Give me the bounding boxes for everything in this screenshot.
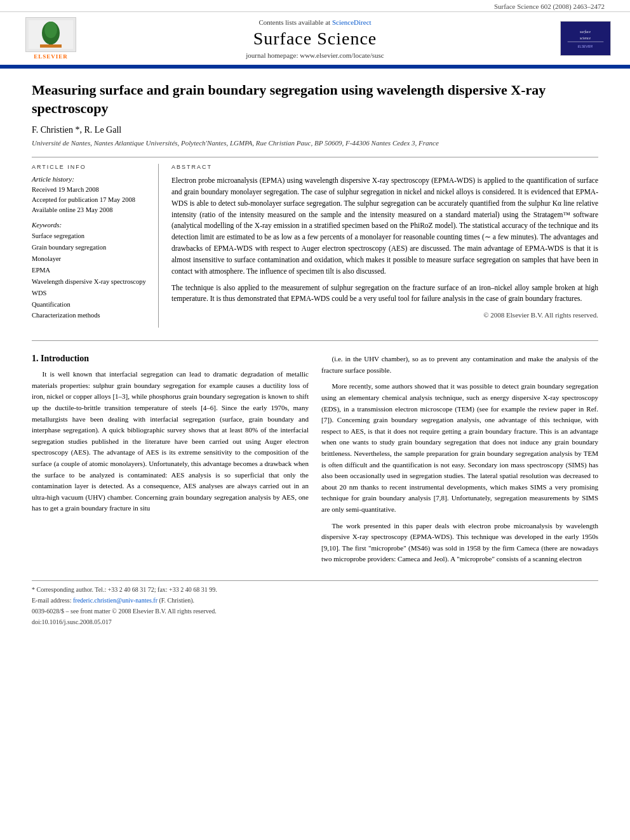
email-address: frederic.christien@univ-nantes.fr [73,597,158,604]
keyword-2: Grain boundary segregation [32,242,149,253]
abstract-column: ABSTRACT Electron probe microanalysis (E… [171,164,598,328]
right-para-2: More recently, some authors showed that … [321,381,598,515]
article-info-column: ARTICLE INFO Article history: Received 1… [32,164,159,328]
available-date: Available online 23 May 2008 [32,205,149,215]
keyword-6: WDS [32,288,149,299]
abstract-text: Electron probe microanalysis (EPMA) usin… [171,175,598,321]
paper-title: Measuring surface and grain boundary seg… [32,81,598,117]
keywords-list: Surface segregation Grain boundary segre… [32,230,149,321]
banner-center: Contents lists available at ScienceDirec… [83,18,547,59]
abstract-para-1: Electron probe microanalysis (EPMA) usin… [171,175,598,277]
email-label: E-mail address: [32,597,71,604]
abstract-para-2: The technique is also applied to the mea… [171,283,598,305]
accepted-date: Accepted for publication 17 May 2008 [32,195,149,205]
svg-text:ELSEVIER: ELSEVIER [578,45,593,48]
received-date: Received 19 March 2008 [32,185,149,195]
email-person: (F. Christien). [159,597,195,604]
surface-science-logo-area: surface science ELSEVIER [547,21,611,56]
article-info-label: ARTICLE INFO [32,164,149,170]
footnote-doi: doi:10.1016/j.susc.2008.05.017 [32,617,598,627]
journal-banner: ELSEVIER Contents lists available at Sci… [0,12,630,66]
copyright-notice: 0039-6028/$ – see front matter © 2008 El… [32,608,217,615]
sciencedirect-text: ScienceDirect [332,18,372,26]
sciencedirect-link[interactable]: ScienceDirect [332,18,372,26]
svg-text:surface: surface [580,30,591,34]
introduction-heading: 1. Introduction [32,354,309,364]
intro-para-1: It is well known that interfacial segreg… [32,369,309,514]
footnote-copyright: 0039-6028/$ – see front matter © 2008 El… [32,606,598,616]
affiliation-text: Université de Nantes, Nantes Atlantique … [32,139,598,147]
contents-text: Contents lists available at [258,18,330,26]
keyword-1: Surface segregation [32,230,149,242]
main-content: Measuring surface and grain boundary seg… [0,69,630,641]
keyword-7: Quantification [32,299,149,310]
elsevier-wordmark: ELSEVIER [34,53,68,60]
keyword-4: EPMA [32,265,149,276]
email-link[interactable]: frederic.christien@univ-nantes.fr [73,597,159,604]
authors-line: F. Christien *, R. Le Gall [32,125,598,135]
doi-text: doi:10.1016/j.susc.2008.05.017 [32,618,112,625]
homepage-line: journal homepage: www.elsevier.com/locat… [83,51,547,59]
info-abstract-section: ARTICLE INFO Article history: Received 1… [32,157,598,328]
footnote-area: * Corresponding author. Tel.: +33 2 40 6… [32,580,598,627]
body-section: 1. Introduction It is well known that in… [32,347,598,570]
svg-text:science: science [580,36,591,39]
journal-reference: Surface Science 602 (2008) 2463–2472 [0,0,630,12]
section-divider [32,340,598,341]
right-para-3: The work presented in this paper deals w… [321,521,598,565]
keyword-3: Monolayer [32,253,149,265]
copyright-text: © 2008 Elsevier B.V. All rights reserved… [171,310,598,321]
keywords-section: Keywords: Surface segregation Grain boun… [32,221,149,321]
footnote-email: E-mail address: frederic.christien@univ-… [32,596,598,605]
keywords-title: Keywords: [32,221,149,229]
svg-point-3 [44,22,57,38]
authors-text: F. Christien *, R. Le Gall [32,125,121,135]
svg-rect-4 [40,44,62,48]
footnote-corresponding: * Corresponding author. Tel.: +33 2 40 6… [32,585,598,594]
right-column-text: (i.e. in the UHV chamber), so as to prev… [321,354,598,565]
elsevier-logo-image [25,17,76,52]
body-left-column: 1. Introduction It is well known that in… [32,354,309,570]
abstract-label: ABSTRACT [171,164,598,170]
surface-science-logo: surface science ELSEVIER [560,21,611,56]
corresponding-author-text: * Corresponding author. Tel.: +33 2 40 6… [32,586,217,593]
history-title: Article history: [32,175,149,183]
article-history: Article history: Received 19 March 2008 … [32,175,149,215]
contents-line: Contents lists available at ScienceDirec… [83,18,547,26]
journal-ref-text: Surface Science 602 (2008) 2463–2472 [494,3,605,10]
body-right-column: (i.e. in the UHV chamber), so as to prev… [321,354,598,570]
introduction-text: It is well known that interfacial segreg… [32,369,309,514]
homepage-text: journal homepage: www.elsevier.com/locat… [246,51,384,59]
journal-title-text: Surface Science [83,29,547,49]
keyword-5: Wavelength dispersive X-ray spectroscopy [32,276,149,288]
keyword-8: Characterization methods [32,310,149,321]
elsevier-logo-area: ELSEVIER [19,17,83,60]
right-para-1: (i.e. in the UHV chamber), so as to prev… [321,354,598,376]
